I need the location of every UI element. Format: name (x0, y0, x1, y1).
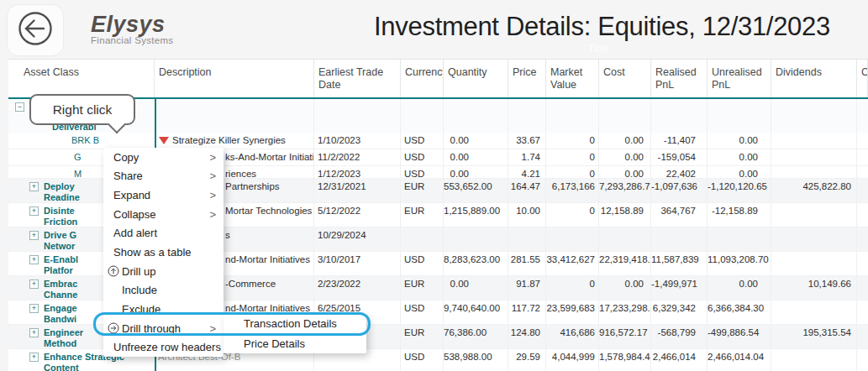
cost-cell[interactable]: 0.00 (599, 166, 651, 178)
quantity-cell[interactable] (444, 227, 508, 251)
menu-item-add-alert[interactable]: Add alert (103, 224, 224, 243)
market-value-cell[interactable]: 0 (546, 149, 599, 165)
dividends-cell[interactable] (771, 133, 857, 149)
menu-item-drill-through[interactable]: Drill through> (103, 319, 224, 338)
table-row[interactable]: − (8, 99, 868, 119)
tree-expand-icon[interactable]: + (29, 255, 39, 264)
menu-item-show-as-a-table[interactable]: Show as a table (103, 243, 224, 262)
unrealised-pnl-cell[interactable]: -12,158.89 (708, 203, 771, 227)
dividends-cell[interactable] (771, 227, 857, 251)
quantity-cell[interactable]: 8,283,623.00 (444, 252, 508, 275)
menu-item-collapse[interactable]: Collapse> (103, 205, 224, 224)
description-cell[interactable] (155, 119, 314, 133)
cost-cell[interactable] (599, 227, 651, 251)
column-header-quantity[interactable]: Quantity (444, 60, 508, 97)
currency-cell[interactable] (401, 227, 444, 251)
currency-cell[interactable]: USD (401, 166, 444, 178)
column-header-currency[interactable]: Currency (401, 60, 444, 97)
cost-cell[interactable] (599, 119, 651, 133)
column-header-price[interactable]: Price (508, 60, 546, 97)
menu-item-share[interactable]: Share> (103, 167, 224, 186)
cost-cell[interactable]: 0.00 (599, 133, 651, 149)
price-cell[interactable] (508, 119, 546, 133)
realised-pnl-cell[interactable] (651, 99, 708, 119)
earliest-trade-date-cell[interactable] (314, 119, 401, 133)
price-cell[interactable]: 91.87 (508, 276, 546, 300)
quantity-cell[interactable]: 9,740,640.00 (444, 300, 508, 324)
description-cell[interactable]: Strategize Killer Synergies (155, 133, 314, 149)
price-cell[interactable]: 10.00 (508, 203, 546, 227)
realised-pnl-cell[interactable]: 2,466,014 (651, 349, 708, 371)
realised-pnl-cell[interactable]: 22,402 (651, 166, 708, 178)
dividends-cell[interactable] (771, 252, 857, 275)
back-button[interactable] (7, 4, 64, 56)
tree-expand-icon[interactable]: + (29, 182, 39, 191)
unrealised-pnl-cell[interactable]: -1,120,120.65 (708, 179, 771, 202)
tree-expand-icon[interactable]: + (29, 304, 39, 313)
cost-cell[interactable]: 916,572.17 (599, 325, 651, 348)
quantity-cell[interactable]: 0.00 (444, 133, 508, 149)
earliest-trade-date-cell[interactable] (314, 99, 401, 119)
menu-item-expand[interactable]: Expand> (103, 186, 224, 205)
market-value-cell[interactable]: 0 (546, 276, 599, 300)
dividends-cell[interactable] (771, 149, 857, 165)
realised-pnl-cell[interactable]: 364,767 (651, 203, 708, 227)
price-cell[interactable]: 33.67 (508, 133, 546, 149)
column-header-earliest-trade-date[interactable]: Earliest Trade Date (314, 60, 401, 97)
column-header-unrealised-pnl[interactable]: Unrealised PnL (708, 60, 771, 97)
unrealised-pnl-cell[interactable] (708, 227, 771, 251)
realised-pnl-cell[interactable]: -11,407 (651, 133, 708, 149)
unrealised-pnl-cell[interactable]: 0.00 (708, 149, 771, 165)
price-cell[interactable] (508, 227, 546, 251)
currency-cell[interactable]: EUR (401, 179, 444, 202)
realised-pnl-cell[interactable] (651, 119, 708, 133)
price-cell[interactable]: 124.80 (508, 325, 546, 348)
realised-pnl-cell[interactable]: -1,097,636 (651, 179, 708, 202)
earliest-trade-date-cell[interactable]: 12/31/2021 (314, 179, 401, 202)
market-value-cell[interactable]: 0 (546, 166, 599, 178)
tree-expand-icon[interactable]: + (29, 206, 39, 216)
currency-cell[interactable]: EUR (401, 276, 444, 300)
price-cell[interactable]: 1.74 (508, 149, 546, 165)
realised-pnl-cell[interactable]: -568,799 (651, 325, 708, 348)
submenu-item-transaction-details[interactable]: Transaction Details (224, 313, 366, 333)
market-value-cell[interactable]: 0 (546, 203, 599, 227)
menu-item-unfreeze-row-headers[interactable]: Unfreeze row headers (103, 337, 224, 357)
market-value-cell[interactable]: 0 (546, 133, 599, 149)
price-cell[interactable]: 164.47 (508, 179, 546, 202)
dividends-cell[interactable]: 195,315.54 (771, 325, 857, 348)
unrealised-pnl-cell[interactable]: 0.00 (708, 276, 771, 300)
earliest-trade-date-cell[interactable]: 10/29/2024 (314, 227, 401, 251)
earliest-trade-date-cell[interactable]: 1/10/2023 (314, 133, 401, 149)
earliest-trade-date-cell[interactable]: 2/23/2022 (314, 276, 401, 300)
quantity-cell[interactable]: 0.00 (444, 166, 508, 178)
submenu-item-price-details[interactable]: Price Details (224, 333, 366, 353)
table-row[interactable]: BRK BStrategize Killer Synergies1/10/202… (8, 133, 868, 149)
earliest-trade-date-cell[interactable]: 3/10/2017 (314, 252, 401, 275)
dividends-cell[interactable] (771, 119, 857, 133)
dividends-cell[interactable] (771, 300, 857, 324)
currency-cell[interactable]: USD (401, 133, 444, 149)
quantity-cell[interactable]: 1,215,889.00 (444, 203, 508, 227)
dividends-cell[interactable]: 10,149.66 (771, 276, 857, 300)
market-value-cell[interactable]: 416,686 (546, 325, 599, 348)
cost-cell[interactable]: 0.00 (599, 276, 651, 300)
earliest-trade-date-cell[interactable]: 11/2/2022 (314, 149, 401, 165)
cost-cell[interactable]: 12,158.89 (599, 203, 651, 227)
market-value-cell[interactable]: 33,412,627 (546, 252, 599, 275)
cost-cell[interactable]: 17,233,298.41 (599, 300, 651, 324)
column-header-description[interactable]: Description (155, 60, 314, 97)
unrealised-pnl-cell[interactable] (708, 99, 771, 119)
market-value-cell[interactable] (546, 119, 599, 133)
dividends-cell[interactable] (771, 349, 857, 371)
currency-cell[interactable]: USD (401, 300, 444, 324)
market-value-cell[interactable] (546, 227, 599, 251)
tree-expand-icon[interactable]: + (29, 328, 39, 337)
column-header-extra[interactable]: C (857, 60, 868, 97)
price-cell[interactable]: 281.55 (508, 252, 546, 275)
quantity-cell[interactable]: 0.00 (444, 149, 508, 165)
quantity-cell[interactable] (444, 99, 508, 119)
column-header-dividends[interactable]: Dividends (771, 60, 857, 97)
market-value-cell[interactable]: 23,599,683 (546, 300, 599, 324)
dividends-cell[interactable] (771, 166, 857, 178)
